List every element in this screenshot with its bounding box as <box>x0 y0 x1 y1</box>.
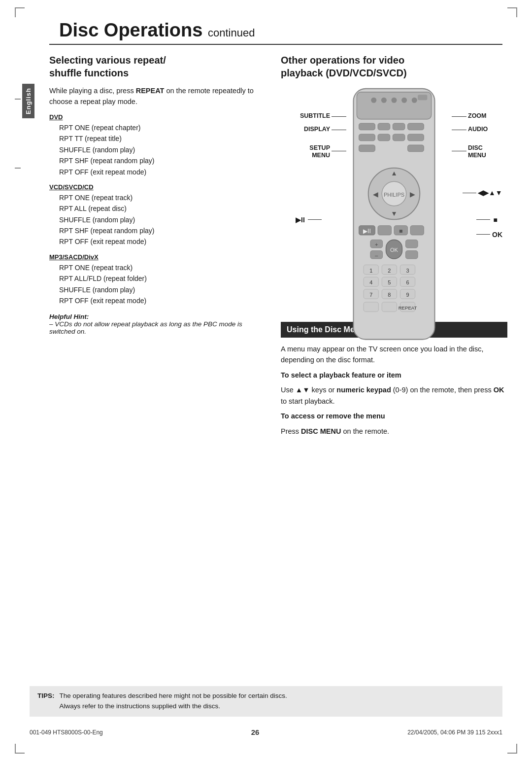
svg-point-6 <box>412 98 417 103</box>
svg-rect-15 <box>408 134 424 141</box>
svg-rect-35 <box>405 240 418 248</box>
dvd-label: DVD <box>49 113 266 121</box>
feature-text: Use ▲▼ keys or numeric keypad (0-9) on t… <box>281 384 507 407</box>
svg-rect-10 <box>393 123 405 130</box>
svg-text:–: – <box>375 252 378 258</box>
footer-date-model: 22/04/2005, 04:06 PM 39 115 2xxx1 <box>407 729 502 736</box>
list-item: RPT OFF (exit repeat mode) <box>59 236 266 247</box>
svg-text:7: 7 <box>369 292 372 298</box>
svg-text:◀: ◀ <box>373 191 378 198</box>
remote-diagram: SUBTITLE DISPLAY SETUPMENU ZOOM AUDIO DI… <box>281 85 507 322</box>
svg-text:1: 1 <box>369 268 372 274</box>
svg-rect-12 <box>359 134 375 141</box>
svg-text:+: + <box>375 242 378 247</box>
dvd-list: RPT ONE (repeat chapter) RPT TT (repeat … <box>49 122 266 177</box>
list-item: RPT SHF (repeat random play) <box>59 225 266 236</box>
svg-text:PHILIPS: PHILIPS <box>384 192 404 198</box>
svg-rect-30 <box>410 226 424 235</box>
svg-text:8: 8 <box>388 292 391 298</box>
vcd-label: VCD/SVCD/CD <box>49 183 266 191</box>
svg-text:▼: ▼ <box>391 210 398 217</box>
title-divider <box>49 44 502 45</box>
stop-label: ■ <box>494 216 498 224</box>
svg-rect-16 <box>359 145 375 152</box>
tips-label: TIPS: <box>37 691 55 712</box>
ok-label: OK <box>492 231 502 239</box>
svg-text:2: 2 <box>388 268 391 274</box>
svg-text:▶II: ▶II <box>363 228 371 235</box>
line-zoom <box>452 116 466 117</box>
audio-label: AUDIO <box>468 126 507 133</box>
svg-text:▶: ▶ <box>410 191 415 198</box>
svg-rect-7 <box>418 95 427 100</box>
right-section-heading: Other operations for video playback (DVD… <box>281 54 507 79</box>
svg-point-2 <box>371 98 376 103</box>
access-heading: To access or remove the menu <box>281 411 507 421</box>
svg-rect-11 <box>408 123 424 130</box>
svg-rect-14 <box>393 134 405 141</box>
tips-bar: TIPS: The operating features described h… <box>30 686 502 717</box>
line-stop <box>476 219 490 220</box>
list-item: RPT ONE (repeat track) <box>59 192 266 203</box>
left-column: Selecting various repeat/ shuffle functi… <box>49 54 266 441</box>
menu-description: A menu may appear on the TV screen once … <box>281 344 507 366</box>
svg-rect-58 <box>382 302 397 311</box>
helpful-hint: Helpful Hint: – VCDs do not allow repeat… <box>49 313 266 335</box>
list-item: RPT SHF (repeat random play) <box>59 155 266 166</box>
svg-rect-38 <box>405 251 418 259</box>
svg-text:REPEAT: REPEAT <box>399 305 417 311</box>
svg-point-4 <box>392 98 397 103</box>
list-item: SHUFFLE (random play) <box>59 284 266 295</box>
line-arrows <box>463 193 476 193</box>
svg-text:6: 6 <box>406 279 409 285</box>
right-column: Other operations for video playback (DVD… <box>281 54 507 441</box>
svg-rect-9 <box>378 123 390 130</box>
vcd-list: RPT ONE (repeat track) RPT ALL (repeat d… <box>49 192 266 247</box>
setup-menu-label: SETUPMENU <box>281 144 330 159</box>
list-item: RPT ONE (repeat chapter) <box>59 122 266 133</box>
mp3-label: MP3/SACD/DivX <box>49 253 266 261</box>
display-label: DISPLAY <box>281 126 330 133</box>
tips-text: The operating features described here mi… <box>60 691 287 712</box>
access-text: Press DISC MENU on the remote. <box>281 426 507 437</box>
list-item: SHUFFLE (random play) <box>59 144 266 155</box>
list-item: RPT TT (repeat title) <box>59 133 266 144</box>
line-play <box>308 219 322 220</box>
page-title: Disc Operations continued <box>49 20 255 40</box>
svg-point-3 <box>381 98 387 103</box>
svg-rect-27 <box>378 226 392 235</box>
svg-text:4: 4 <box>369 279 372 285</box>
svg-rect-13 <box>378 134 390 141</box>
svg-rect-8 <box>359 123 375 130</box>
list-item: RPT ALL (repeat disc) <box>59 203 266 214</box>
arrows-label: ◀▶▲▼ <box>478 189 507 197</box>
line-audio <box>452 130 466 130</box>
svg-text:▲: ▲ <box>391 170 398 177</box>
play-label: ▶II <box>296 216 305 224</box>
left-section-heading: Selecting various repeat/ shuffle functi… <box>49 54 266 79</box>
remote-svg: PHILIPS ▲ ▼ ◀ ▶ ▶II ■ <box>340 85 448 343</box>
feature-heading: To select a playback feature or item <box>281 370 507 380</box>
intro-paragraph: While playing a disc, press REPEAT on th… <box>49 85 266 107</box>
subtitle-label: SUBTITLE <box>281 112 330 119</box>
list-item: SHUFFLE (random play) <box>59 214 266 225</box>
svg-text:3: 3 <box>406 268 409 274</box>
svg-point-5 <box>401 98 407 103</box>
svg-rect-17 <box>408 145 424 152</box>
zoom-label: ZOOM <box>468 112 507 119</box>
line-disc-menu <box>452 151 466 151</box>
footer-page-center: 26 <box>251 728 260 736</box>
svg-rect-57 <box>364 302 378 311</box>
svg-text:■: ■ <box>399 228 402 235</box>
list-item: RPT OFF (exit repeat mode) <box>59 295 266 306</box>
list-item: RPT OFF (exit repeat mode) <box>59 167 266 177</box>
svg-text:9: 9 <box>406 292 409 298</box>
svg-text:OK: OK <box>390 247 399 253</box>
list-item: RPT ALL/FLD (repeat folder) <box>59 273 266 284</box>
svg-text:5: 5 <box>388 279 391 285</box>
playback-section: A menu may appear on the TV screen once … <box>281 344 507 437</box>
footer: 001-049 HTS8000S-00-Eng 26 22/04/2005, 0… <box>30 728 502 736</box>
list-item: RPT ONE (repeat track) <box>59 262 266 273</box>
disc-menu-label: DISCMENU <box>468 144 507 159</box>
line-ok <box>476 234 490 235</box>
